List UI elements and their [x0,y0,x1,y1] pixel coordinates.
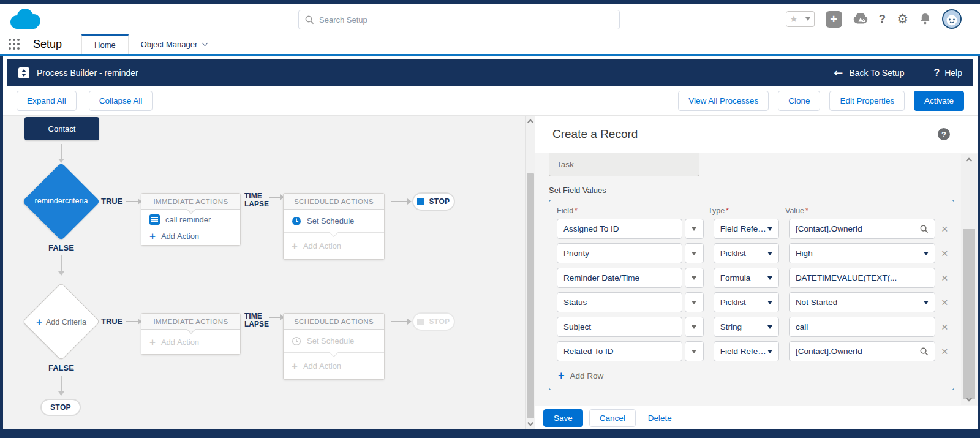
collapse-all-button[interactable]: Collapse All [89,91,153,111]
back-arrow-icon: ← [834,67,843,78]
add-criteria-button[interactable]: + Add Criteria [21,317,101,327]
field-select[interactable]: Subject [557,317,682,337]
remove-row-icon[interactable]: × [940,272,949,284]
scheduled-actions-box-1: SCHEDULED ACTIONS Set Schedule + Add Act… [283,193,385,260]
help-link[interactable]: ? Help [933,67,962,78]
salesforce-logo[interactable] [9,6,44,32]
record-type-input: Task [549,153,699,176]
field-dropdown-button[interactable] [685,243,704,263]
gear-icon[interactable]: ⚙ [897,12,908,26]
remove-row-icon[interactable]: × [940,345,949,357]
panel-scrollbar[interactable] [961,154,977,405]
avatar[interactable] [942,9,962,29]
type-select[interactable]: Field Reference [714,341,779,361]
process-builder-frame: Process Builder - reminder ← Back To Set… [0,56,980,438]
delete-button[interactable]: Delete [642,413,678,423]
back-to-setup-link[interactable]: ← Back To Setup [834,67,904,78]
process-canvas[interactable]: Contact remindercriteria TRUE IMMEDIATE … [3,116,525,429]
connector-right [269,197,280,198]
connector-down [61,376,62,391]
remove-row-icon[interactable]: × [940,223,949,235]
plus-icon: + [292,361,298,371]
scrollbar-thumb[interactable] [963,229,975,399]
scroll-up-icon[interactable] [527,119,533,126]
field-select[interactable]: Status [557,292,682,312]
add-action-button[interactable]: + Add Action [141,227,240,245]
trailhead-icon[interactable] [853,12,868,26]
object-node[interactable]: Contact [24,117,99,140]
tab-object-manager[interactable]: Object Manager [129,34,220,54]
connector-down [61,144,62,159]
favorites-dropdown[interactable] [802,11,815,27]
setup-nav: Setup Home Object Manager [0,34,980,54]
activate-button[interactable]: Activate [914,91,964,111]
value-input[interactable]: Not Started [789,292,936,312]
chevron-down-icon[interactable] [924,301,929,304]
canvas-scrollbar[interactable] [525,116,535,429]
salesforce-setup-page: ★ + ? ⚙ [0,0,980,438]
false-label-1: FALSE [48,243,74,252]
field-select[interactable]: Related To ID [557,341,682,361]
view-all-processes-button[interactable]: View All Processes [678,91,769,111]
scroll-up-icon[interactable] [966,158,972,164]
chevron-down-icon[interactable] [924,252,929,255]
time-lapse-label-2: TIME LAPSE [244,312,269,328]
chevron-down-icon [767,227,772,231]
field-select[interactable]: Priority [557,243,682,263]
expand-all-button[interactable]: Expand All [17,91,77,111]
edit-properties-button[interactable]: Edit Properties [829,91,905,111]
connector-right [126,201,138,202]
clone-button[interactable]: Clone [778,91,820,111]
remove-row-icon[interactable]: × [940,247,949,259]
lookup-search-icon[interactable] [920,225,929,233]
clock-icon [292,216,301,226]
type-select[interactable]: String [714,317,779,337]
value-input[interactable]: DATETIMEVALUE(TEXT(... [789,268,936,288]
star-icon[interactable]: ★ [786,11,802,27]
app-launcher-icon[interactable] [0,34,28,54]
value-input[interactable]: High [789,243,936,263]
plus-icon: + [292,241,298,251]
value-input[interactable]: call [789,317,936,337]
lookup-search-icon[interactable] [920,347,929,356]
setup-search[interactable] [298,10,620,29]
field-dropdown-button[interactable] [685,292,704,312]
field-select[interactable]: Reminder Date/Time [557,268,682,288]
chevron-down-icon [767,252,772,255]
remove-row-icon[interactable]: × [940,296,949,308]
process-builder-icon [18,67,29,78]
type-select[interactable]: Picklist [714,292,779,312]
process-builder-header: Process Builder - reminder ← Back To Set… [7,59,973,86]
scroll-down-icon[interactable] [527,420,533,426]
page-title: Process Builder - reminder [37,68,138,78]
bell-icon[interactable] [919,13,931,25]
type-select[interactable]: Picklist [714,243,779,263]
favorites-button[interactable]: ★ [786,11,815,27]
type-select[interactable]: Field Reference [714,219,779,239]
value-input[interactable]: [Contact].OwnerId [789,219,936,239]
remove-row-icon[interactable]: × [940,321,949,333]
type-select[interactable]: Formula [714,268,779,288]
search-input[interactable] [319,15,613,25]
field-dropdown-button[interactable] [685,341,704,361]
panel-help-icon[interactable]: ? [938,128,950,140]
save-button[interactable]: Save [543,409,583,427]
field-value-row: SubjectStringcall× [557,317,949,337]
help-icon[interactable]: ? [879,12,886,26]
add-row-button[interactable]: + Add Row [558,370,949,381]
field-select[interactable]: Assigned To ID [557,219,682,239]
cancel-button[interactable]: Cancel [589,409,636,427]
global-create-icon[interactable]: + [826,11,842,28]
field-dropdown-button[interactable] [685,317,704,337]
criteria-1-label[interactable]: remindercriteria [21,197,101,205]
field-dropdown-button[interactable] [685,268,704,288]
immediate-actions-box-2: IMMEDIATE ACTIONS + Add Action [141,313,241,355]
stop-node-1: STOP [412,192,455,211]
scrollbar-thumb[interactable] [527,173,534,418]
field-dropdown-button[interactable] [685,219,704,239]
chevron-down-icon [692,276,696,280]
chevron-down-icon [692,325,696,329]
tab-home[interactable]: Home [81,34,129,54]
value-input[interactable]: [Contact].OwnerId [789,341,936,361]
stop-node-2: STOP [412,312,455,331]
